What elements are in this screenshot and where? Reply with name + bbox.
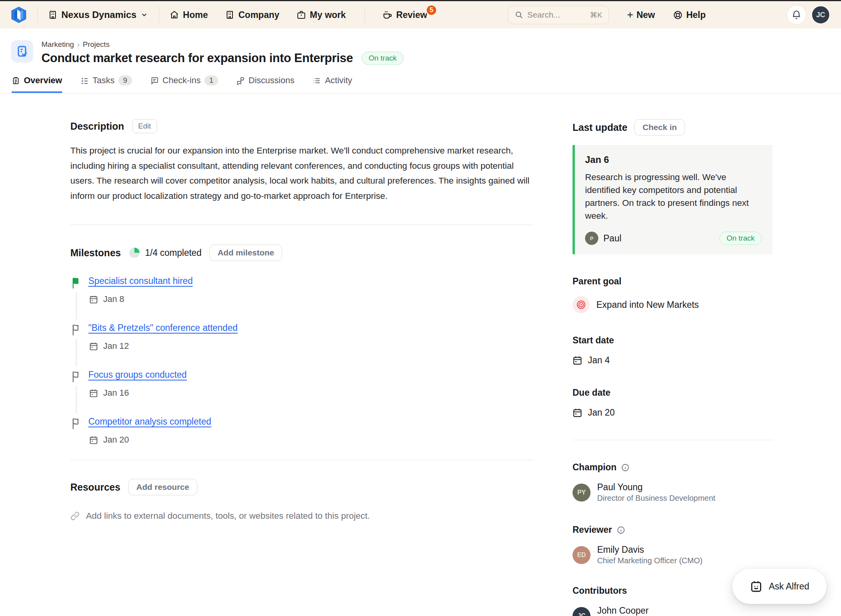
tab-tasks[interactable]: Tasks 9 bbox=[81, 75, 132, 93]
flag-done-icon bbox=[71, 277, 83, 289]
milestone-list: Specialist consultant hired Jan 8 "Bits … bbox=[70, 276, 533, 445]
parent-goal-label: Parent goal bbox=[573, 276, 773, 287]
tab-overview[interactable]: Overview bbox=[12, 75, 62, 93]
description-text: This project is crucial for our expansio… bbox=[70, 143, 531, 204]
milestone-connector bbox=[76, 386, 77, 413]
ask-alfred-button[interactable]: Ask Alfred bbox=[732, 569, 827, 604]
org-switcher[interactable]: Nexus Dynamics bbox=[48, 9, 148, 20]
reviewer-label: Reviewer bbox=[573, 525, 612, 535]
due-date-label: Due date bbox=[573, 387, 773, 398]
milestone-date: Jan 20 bbox=[103, 435, 129, 445]
link-icon bbox=[70, 511, 80, 521]
milestone-link[interactable]: Focus groups conducted bbox=[88, 370, 187, 380]
nav-item-company[interactable]: Company bbox=[225, 10, 279, 20]
calendar-icon bbox=[89, 436, 98, 445]
new-button[interactable]: + New bbox=[627, 9, 655, 20]
breadcrumb-projects[interactable]: Projects bbox=[83, 40, 110, 49]
start-date-value: Jan 4 bbox=[588, 355, 610, 366]
milestone-link[interactable]: Competitor analysis completed bbox=[88, 416, 211, 427]
contributor-name: John Cooper bbox=[597, 605, 649, 616]
add-milestone-button[interactable]: Add milestone bbox=[209, 245, 283, 261]
tab-count-badge: 1 bbox=[204, 75, 218, 86]
nav-item-review[interactable]: Review 5 bbox=[382, 10, 427, 20]
section-divider bbox=[70, 460, 533, 460]
description-heading: Description bbox=[70, 121, 124, 132]
update-date: Jan 6 bbox=[585, 154, 762, 165]
edit-description-button[interactable]: Edit bbox=[132, 119, 157, 133]
parent-goal-name: Expand into New Markets bbox=[596, 300, 699, 310]
nav-divider bbox=[365, 7, 365, 23]
tab-activity[interactable]: Activity bbox=[313, 75, 352, 93]
tab-check-ins[interactable]: Check-ins 1 bbox=[150, 75, 218, 93]
parent-goal-link[interactable]: Expand into New Markets bbox=[573, 296, 773, 313]
milestone-connector bbox=[76, 292, 77, 320]
last-update-card[interactable]: Jan 6 Research is progressing well. We'v… bbox=[573, 145, 773, 254]
main-column: Description Edit This project is crucial… bbox=[70, 93, 533, 521]
building-icon bbox=[225, 10, 234, 20]
calendar-icon bbox=[89, 389, 98, 398]
top-navigation: Nexus Dynamics Home Company My work Revi… bbox=[0, 1, 841, 29]
info-icon[interactable] bbox=[617, 526, 625, 534]
reviewer-avatar: ED bbox=[573, 546, 590, 564]
app-logo-icon[interactable] bbox=[11, 6, 27, 23]
last-update-header: Last update Check in bbox=[573, 119, 773, 136]
notifications-button[interactable] bbox=[787, 5, 806, 25]
reviewer-person[interactable]: ED Emily Davis Chief Marketing Officer (… bbox=[573, 545, 773, 565]
resources-heading: Resources bbox=[70, 482, 120, 493]
milestone-date: Jan 16 bbox=[103, 388, 129, 398]
calendar-icon bbox=[573, 355, 582, 365]
tab-discussions[interactable]: Discussions bbox=[236, 75, 294, 93]
building-icon bbox=[48, 10, 57, 20]
global-search[interactable]: ⌘K bbox=[508, 6, 609, 24]
review-count-badge: 5 bbox=[426, 4, 437, 16]
coffee-icon bbox=[382, 10, 392, 20]
sidebar-divider bbox=[573, 440, 773, 440]
tab-label: Check-ins bbox=[163, 75, 201, 86]
search-input[interactable] bbox=[527, 10, 578, 20]
project-icon bbox=[11, 40, 33, 62]
help-label: Help bbox=[686, 10, 706, 20]
update-text: Research is progressing well. We've iden… bbox=[585, 171, 762, 222]
sidebar: Last update Check in Jan 6 Research is p… bbox=[573, 93, 773, 616]
nav-item-home[interactable]: Home bbox=[170, 10, 208, 20]
milestone-item: Focus groups conducted Jan 16 bbox=[70, 370, 533, 416]
plus-icon: + bbox=[627, 9, 633, 20]
tab-label: Tasks bbox=[93, 75, 115, 86]
flag-icon bbox=[71, 370, 83, 383]
resources-empty-text: Add links to external documents, tools, … bbox=[86, 511, 370, 521]
alfred-robot-icon bbox=[750, 580, 763, 593]
resources-empty-state: Add links to external documents, tools, … bbox=[70, 511, 533, 521]
section-divider bbox=[70, 225, 533, 225]
milestone-item: Competitor analysis completed Jan 20 bbox=[70, 416, 533, 445]
user-avatar[interactable]: JC bbox=[811, 5, 830, 24]
milestone-link[interactable]: Specialist consultant hired bbox=[88, 276, 193, 286]
due-date-value-row[interactable]: Jan 20 bbox=[573, 407, 773, 418]
search-shortcut: ⌘K bbox=[590, 11, 603, 20]
info-icon[interactable] bbox=[621, 463, 630, 472]
chevron-down-icon bbox=[140, 11, 148, 19]
flag-icon bbox=[71, 323, 83, 336]
milestones-progress: 1/4 completed bbox=[129, 247, 201, 259]
nav-item-label: My work bbox=[310, 10, 346, 20]
message-icon bbox=[150, 77, 159, 85]
start-date-value-row[interactable]: Jan 4 bbox=[573, 355, 773, 366]
flag-icon bbox=[71, 417, 83, 430]
add-resource-button[interactable]: Add resource bbox=[128, 479, 197, 495]
calendar-icon bbox=[89, 342, 98, 351]
tab-count-badge: 9 bbox=[118, 75, 132, 86]
contributor-person[interactable]: JC John Cooper contributor bbox=[573, 605, 773, 616]
discussion-flow-icon bbox=[236, 77, 245, 85]
champion-person[interactable]: PY Paul Young Director of Business Devel… bbox=[573, 482, 773, 503]
contributor-avatar: JC bbox=[573, 607, 590, 616]
breadcrumb-marketing[interactable]: Marketing bbox=[41, 40, 74, 49]
check-in-button[interactable]: Check in bbox=[634, 119, 685, 136]
milestones-progress-label: 1/4 completed bbox=[145, 248, 201, 258]
nav-item-my-work[interactable]: My work bbox=[297, 10, 346, 20]
breadcrumb: Marketing › Projects bbox=[41, 40, 404, 49]
tab-bar: Overview Tasks 9 Check-ins 1 Discussions… bbox=[0, 65, 841, 93]
milestone-link[interactable]: "Bits & Pretzels" conference attended bbox=[88, 323, 238, 333]
help-button[interactable]: Help bbox=[673, 10, 706, 20]
milestone-connector bbox=[76, 339, 77, 366]
milestones-heading: Milestones bbox=[70, 247, 121, 259]
milestone-item: "Bits & Pretzels" conference attended Ja… bbox=[70, 323, 533, 370]
